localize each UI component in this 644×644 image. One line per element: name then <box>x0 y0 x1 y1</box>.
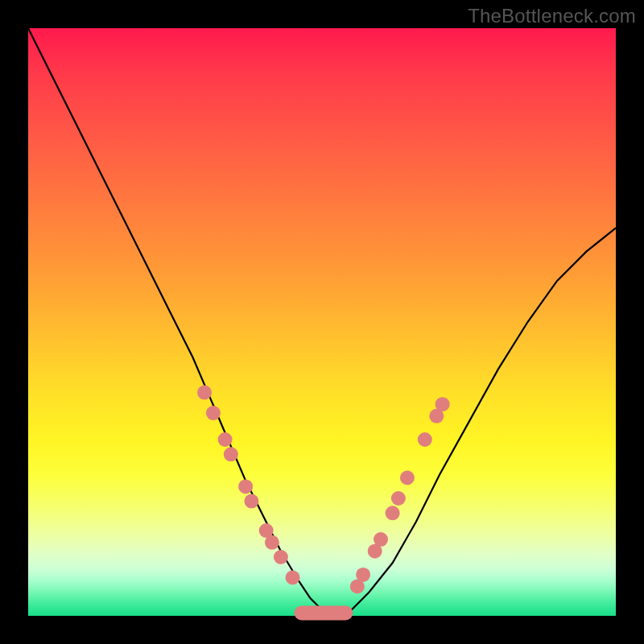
data-point-dot <box>244 494 258 509</box>
left-cluster <box>197 386 300 585</box>
bottom-pill <box>295 605 353 620</box>
data-point-dot <box>286 571 300 585</box>
bottleneck-curve <box>28 28 616 616</box>
data-point-dot <box>356 568 370 582</box>
data-point-dot <box>374 532 388 547</box>
watermark-text: TheBottleneck.com <box>468 5 636 27</box>
bottom-pill-shape <box>295 605 353 620</box>
bottleneck-curve-svg <box>28 28 616 616</box>
data-point-dot <box>391 491 406 506</box>
data-point-dot <box>274 550 288 564</box>
data-point-dot <box>436 397 450 411</box>
right-cluster <box>350 397 450 593</box>
data-point-dot <box>265 535 279 550</box>
data-point-dot <box>197 386 212 400</box>
data-point-dot <box>218 432 233 447</box>
data-point-dot <box>400 471 415 485</box>
data-point-dot <box>224 447 238 461</box>
data-point-dot <box>238 479 253 493</box>
plot-area <box>28 28 616 616</box>
chart-frame: TheBottleneck.com <box>0 0 644 644</box>
data-point-dot <box>206 406 221 420</box>
data-point-dot <box>418 432 432 447</box>
data-point-dot <box>386 506 400 520</box>
